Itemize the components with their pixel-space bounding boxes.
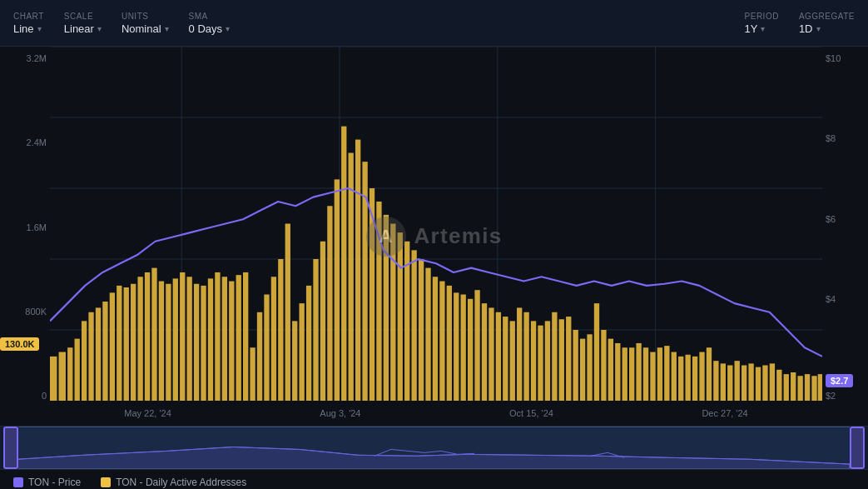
svg-rect-38: [250, 347, 255, 401]
svg-rect-108: [742, 366, 746, 402]
svg-rect-70: [474, 290, 479, 401]
chevron-down-icon: ▾: [97, 24, 102, 33]
svg-rect-43: [285, 224, 290, 402]
svg-rect-19: [117, 286, 122, 401]
svg-rect-37: [243, 272, 248, 401]
svg-rect-72: [489, 307, 494, 401]
range-selected-region[interactable]: [18, 427, 850, 469]
svg-rect-63: [425, 268, 430, 401]
y-axis-left: 3.2M 2.4M 1.6M 800K 0: [0, 47, 50, 426]
x-label-4: Dec 27, '24: [702, 408, 747, 418]
svg-rect-28: [180, 272, 185, 401]
svg-rect-62: [419, 259, 424, 401]
svg-rect-64: [433, 277, 438, 401]
period-label: PERIOD: [745, 12, 779, 21]
svg-rect-40: [264, 295, 269, 402]
legend-item-addresses: TON - Daily Active Addresses: [101, 477, 246, 488]
chevron-down-icon: ▾: [761, 24, 765, 33]
svg-rect-53: [355, 140, 360, 401]
svg-rect-16: [96, 307, 101, 401]
svg-rect-85: [580, 339, 585, 401]
units-label: UNITS: [122, 12, 169, 21]
svg-rect-84: [573, 330, 578, 401]
svg-rect-87: [594, 303, 599, 401]
svg-rect-78: [531, 321, 536, 401]
svg-rect-58: [390, 224, 395, 402]
svg-rect-81: [552, 312, 557, 401]
period-group: PERIOD 1Y ▾: [745, 12, 779, 35]
toolbar: CHART Line ▾ SCALE Linear ▾ UNITS Nomina…: [0, 0, 868, 47]
svg-rect-115: [791, 372, 796, 401]
svg-rect-17: [102, 302, 107, 401]
svg-rect-26: [166, 284, 171, 401]
svg-rect-113: [776, 370, 781, 401]
range-handle-left[interactable]: [3, 427, 18, 469]
sma-select[interactable]: 0 Days ▾: [189, 22, 230, 35]
svg-rect-106: [727, 366, 732, 402]
svg-rect-114: [784, 374, 789, 401]
y-label-3: 1.6M: [3, 222, 47, 232]
svg-rect-102: [699, 352, 704, 401]
svg-rect-92: [629, 347, 634, 401]
units-select[interactable]: Nominal ▾: [122, 22, 169, 35]
x-label-1: May 22, '24: [124, 408, 171, 418]
mini-chart[interactable]: [0, 426, 868, 469]
svg-rect-14: [82, 321, 87, 401]
svg-rect-48: [320, 242, 325, 401]
legend-color-price: [13, 477, 23, 487]
y-label-2: 2.4M: [3, 137, 47, 147]
legend-label-price: TON - Price: [28, 477, 81, 488]
svg-rect-61: [411, 250, 416, 401]
svg-rect-31: [201, 286, 206, 401]
svg-rect-69: [468, 299, 473, 401]
svg-rect-109: [748, 363, 753, 401]
svg-rect-59: [398, 232, 403, 401]
chart-svg: [50, 47, 822, 401]
svg-rect-93: [636, 343, 641, 401]
svg-rect-29: [187, 277, 192, 401]
aggregate-select[interactable]: 1D ▾: [799, 22, 855, 35]
chevron-down-icon: ▾: [816, 24, 821, 33]
svg-rect-118: [811, 376, 816, 401]
svg-rect-88: [601, 330, 606, 401]
svg-rect-50: [335, 179, 340, 401]
scale-group: SCALE Linear ▾: [64, 12, 102, 35]
range-handle-right[interactable]: [850, 427, 865, 469]
svg-rect-112: [770, 363, 775, 401]
y-axis-right: $10 $8 $6 $4 $2.7 $2: [822, 47, 868, 426]
svg-rect-35: [229, 282, 234, 401]
svg-rect-77: [523, 312, 528, 401]
svg-rect-49: [327, 206, 332, 401]
svg-rect-74: [503, 317, 508, 401]
svg-rect-75: [510, 321, 515, 401]
price-label-2: $8: [826, 133, 861, 143]
svg-rect-71: [482, 303, 487, 401]
sma-group: SMA 0 Days ▾: [189, 12, 230, 35]
svg-rect-66: [447, 286, 452, 401]
svg-rect-91: [622, 347, 627, 401]
svg-rect-65: [439, 282, 444, 401]
svg-rect-18: [110, 292, 115, 401]
svg-rect-12: [67, 347, 72, 401]
svg-rect-97: [664, 346, 669, 401]
svg-rect-24: [151, 268, 156, 401]
svg-rect-80: [545, 321, 550, 401]
x-label-3: Oct 15, '24: [509, 408, 553, 418]
chart-type-select[interactable]: Line ▾: [13, 22, 44, 35]
svg-rect-73: [496, 312, 501, 401]
svg-rect-104: [713, 361, 718, 401]
main-chart[interactable]: 3.2M 2.4M 1.6M 800K 0 $10 $8 $6 $4 $2.7 …: [0, 47, 868, 426]
svg-rect-95: [650, 352, 655, 401]
svg-rect-25: [159, 282, 164, 401]
svg-rect-107: [735, 361, 740, 401]
scale-label: SCALE: [64, 12, 102, 21]
svg-rect-116: [797, 376, 802, 401]
legend: TON - Price TON - Daily Active Addresses: [0, 469, 868, 489]
period-select[interactable]: 1Y ▾: [745, 22, 779, 35]
svg-rect-99: [678, 357, 683, 401]
x-label-2: Aug 3, '24: [320, 408, 360, 418]
svg-rect-96: [657, 347, 662, 401]
scale-select[interactable]: Linear ▾: [64, 22, 102, 35]
units-group: UNITS Nominal ▾: [122, 12, 169, 35]
price-label-top: $10: [826, 53, 861, 63]
